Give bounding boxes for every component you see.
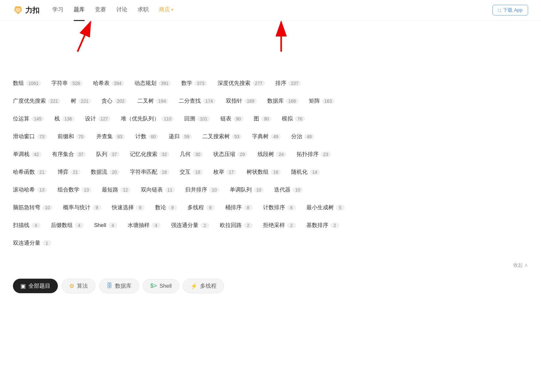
tag-item[interactable]: 双向链表11 xyxy=(141,186,175,193)
nav-discuss[interactable]: 讨论 xyxy=(116,6,127,15)
tag-item[interactable]: 堆（优先队列）110 xyxy=(121,115,174,122)
tag-item[interactable]: 状态压缩29 xyxy=(213,150,248,158)
tag-item[interactable]: 数据流20 xyxy=(91,168,120,176)
tag-item[interactable]: 有序集合37 xyxy=(52,150,86,158)
tag-item[interactable]: 设计127 xyxy=(85,115,111,122)
tag-item[interactable]: 单调队列10 xyxy=(230,186,264,193)
tag-item[interactable]: 哈希表394 xyxy=(93,79,124,87)
tag-item[interactable]: 多线程9 xyxy=(187,204,215,211)
nav-learn[interactable]: 学习 xyxy=(52,6,63,15)
tag-name: 栈 xyxy=(54,115,60,122)
tag-count: 76 xyxy=(295,116,305,122)
tag-item[interactable]: 数据库168 xyxy=(267,97,298,105)
tag-item[interactable]: 脑筋急转弯10 xyxy=(13,204,53,211)
tag-item[interactable]: 图90 xyxy=(254,115,271,122)
tag-item[interactable]: 矩阵163 xyxy=(309,97,334,105)
tag-item[interactable]: 博弈21 xyxy=(58,168,81,176)
tag-item[interactable]: 链表90 xyxy=(220,115,244,122)
tag-item[interactable]: 单调栈42 xyxy=(13,150,42,158)
tag-item[interactable]: 滑动窗口73 xyxy=(13,133,47,140)
tag-item[interactable]: 模拟76 xyxy=(282,115,305,122)
tag-item[interactable]: 滚动哈希13 xyxy=(13,186,47,193)
tag-item[interactable]: 随机化14 xyxy=(291,168,320,176)
tag-item[interactable]: 归并排序10 xyxy=(185,186,219,193)
tag-item[interactable]: 回溯101 xyxy=(184,115,210,122)
filter-btn-label: Shell xyxy=(160,283,172,289)
filter-btn-算法[interactable]: ⚙算法 xyxy=(62,279,95,293)
tag-item[interactable]: 最短路12 xyxy=(102,186,131,193)
tag-item[interactable]: 分治48 xyxy=(291,133,314,140)
tag-item[interactable]: 后缀数组4 xyxy=(51,222,84,229)
collapse-row[interactable]: 收起 ∧ xyxy=(13,260,528,273)
tag-item[interactable]: 数组1061 xyxy=(13,79,41,87)
collapse-label[interactable]: 收起 ∧ xyxy=(513,262,528,268)
tag-item[interactable]: 排序237 xyxy=(275,79,301,87)
tag-item[interactable]: 计数60 xyxy=(135,133,159,140)
tag-item[interactable]: 几何30 xyxy=(180,150,203,158)
tag-item[interactable]: 强连通分量2 xyxy=(171,222,209,229)
tag-item[interactable]: 枚举17 xyxy=(213,168,237,176)
tag-item[interactable]: 树221 xyxy=(71,97,91,105)
tag-count: 202 xyxy=(114,98,127,104)
tag-item[interactable]: 欧拉回路2 xyxy=(220,222,253,229)
tag-item[interactable]: 广度优先搜索221 xyxy=(13,97,60,105)
tag-item[interactable]: 树状数组16 xyxy=(247,168,281,176)
tag-count: 221 xyxy=(48,98,60,104)
tag-item[interactable]: 扫描线4 xyxy=(13,222,40,229)
tag-item[interactable]: 组合数学13 xyxy=(58,186,92,193)
tag-item[interactable]: Shell4 xyxy=(94,222,117,229)
tag-item[interactable]: 计数排序6 xyxy=(263,204,296,211)
tag-count: 2 xyxy=(287,222,296,228)
filter-btn-数据库[interactable]: 🗄数据库 xyxy=(99,279,139,293)
tag-item[interactable]: 前缀和70 xyxy=(58,133,86,140)
tag-item[interactable]: 队列37 xyxy=(96,150,120,158)
nav-problems[interactable]: 题库 xyxy=(74,6,85,15)
tag-item[interactable]: 动态规划391 xyxy=(134,79,171,87)
tag-item[interactable]: 并查集63 xyxy=(96,133,125,140)
tag-count: 10 xyxy=(42,205,53,211)
tag-item[interactable]: 双连通分量1 xyxy=(13,239,51,247)
tag-item[interactable]: 拓扑排序23 xyxy=(297,150,331,158)
tag-item[interactable]: 水塘抽样4 xyxy=(128,222,161,229)
tag-count: 6 xyxy=(287,205,296,211)
tag-item[interactable]: 双指针169 xyxy=(226,97,257,105)
tag-item[interactable]: 二叉树194 xyxy=(137,97,168,105)
tag-item[interactable]: 栈136 xyxy=(54,115,74,122)
tag-item[interactable]: 迭代器10 xyxy=(274,186,303,193)
filter-btn-Shell[interactable]: $>Shell xyxy=(143,279,179,293)
tag-item[interactable]: 位运算145 xyxy=(13,115,44,122)
tag-item[interactable]: 字符串匹配18 xyxy=(130,168,170,176)
tag-item[interactable]: 桶排序8 xyxy=(225,204,253,211)
tag-item[interactable]: 哈希函数21 xyxy=(13,168,47,176)
tag-count: 10 xyxy=(254,187,264,193)
tag-item[interactable]: 深度优先搜索277 xyxy=(217,79,265,87)
nav-jobs[interactable]: 求职 xyxy=(138,6,149,15)
nav-shop[interactable]: 商店 ▾ xyxy=(159,6,173,15)
nav-contest[interactable]: 竞赛 xyxy=(95,6,106,15)
tag-item[interactable]: 拒绝采样2 xyxy=(263,222,296,229)
tag-item[interactable]: 数论9 xyxy=(155,204,177,211)
tag-count: 1061 xyxy=(26,80,41,86)
filter-btn-全部题目[interactable]: ▣全部题目 xyxy=(13,279,58,293)
tag-item[interactable]: 二分查找174 xyxy=(179,97,215,105)
tag-item[interactable]: 字符串528 xyxy=(51,79,82,87)
filter-btn-icon: ⚡ xyxy=(190,283,197,290)
tag-name: 有序集合 xyxy=(52,150,74,158)
tag-name: 博弈 xyxy=(58,168,69,176)
tag-item[interactable]: 字典树49 xyxy=(252,133,281,140)
tag-item[interactable]: 快速选择9 xyxy=(112,204,145,211)
tag-item[interactable]: 最小生成树5 xyxy=(306,204,345,211)
filter-btn-多线程[interactable]: ⚡多线程 xyxy=(183,279,224,293)
tag-item[interactable]: 数学373 xyxy=(181,79,207,87)
arrow-spacer xyxy=(0,21,541,66)
tag-item[interactable]: 基数排序2 xyxy=(306,222,339,229)
download-button[interactable]: □ 下载 App xyxy=(493,5,528,15)
logo[interactable]: ← 力扣 xyxy=(13,5,39,15)
tag-item[interactable]: 递归59 xyxy=(169,133,192,140)
tag-item[interactable]: 二叉搜索树53 xyxy=(202,133,242,140)
tag-item[interactable]: 记忆化搜索32 xyxy=(130,150,170,158)
tag-item[interactable]: 交互18 xyxy=(180,168,203,176)
tag-item[interactable]: 线段树24 xyxy=(258,150,286,158)
tag-item[interactable]: 贪心202 xyxy=(101,97,127,105)
tag-item[interactable]: 概率与统计9 xyxy=(63,204,101,211)
